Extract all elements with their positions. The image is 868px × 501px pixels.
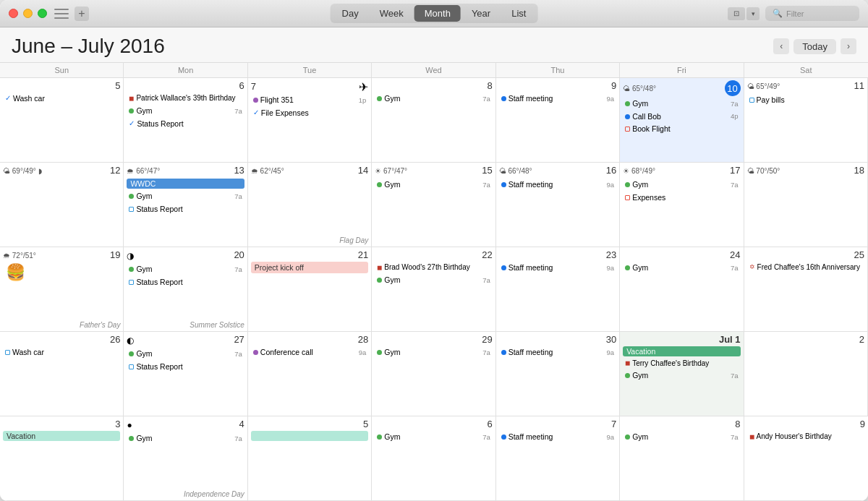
event-status-jun13[interactable]: Status Report [127,203,244,215]
day-jun11[interactable]: 🌤 65°/49° 11 Pay bills [744,78,868,163]
next-button[interactable]: › [841,38,856,54]
day-jun15[interactable]: ☀ 67°/47° 15 Gym 7a [372,163,495,247]
day-jun22[interactable]: 22 ◼ Brad Wood's 27th Birthday Gym 7a [372,247,495,332]
day-jun12[interactable]: 🌤 69°/49° ◗ 12 [0,163,124,247]
event-gym-jun24[interactable]: Gym 7a [623,262,740,274]
day-jul7[interactable]: 7 Staff meeting 9a [496,416,620,501]
window-ctrl-btn[interactable]: ⊡ [728,7,745,20]
event-gym-jul8[interactable]: Gym 7a [623,431,740,443]
event-anniversary-fred[interactable]: ✡ Fred Chaffee's 16th Anniversary [747,262,864,273]
event-birthday-patrick[interactable]: ◼ Patrick Wallace's 39th Birthday [127,93,244,104]
day-jun7[interactable]: 7 ✈ Flight 351 1p ✓ File Expenses [248,78,372,163]
event-gym-jul6[interactable]: Gym 7a [375,431,492,443]
event-vacation-jul3[interactable]: Vacation [3,431,120,441]
weather-icon: 🌧 66°/47° [127,167,160,175]
event-expenses[interactable]: Expenses [623,192,740,204]
day-number: 6 [375,419,492,429]
event-label: Gym [136,106,152,116]
day-jun30[interactable]: 30 Staff meeting 9a [496,332,620,416]
event-wwdc[interactable]: WWDC [127,179,244,189]
event-birthday-andy[interactable]: ◼ Andy Houser's Birthday [747,431,865,442]
event-project-kickoff[interactable]: Project kick off [251,262,368,273]
event-staff-jun30[interactable]: Staff meeting 9a [499,346,616,359]
close-button[interactable] [9,9,18,18]
day-jun5[interactable]: 5 ✓ Wash car [0,78,124,163]
event-flight[interactable]: Flight 351 1p [251,94,368,106]
day-jun8[interactable]: 8 Gym 7a [372,78,495,163]
tab-year[interactable]: Year [461,5,501,22]
day-jun25[interactable]: 25 ✡ Fred Chaffee's 16th Anniversary [744,247,868,332]
day-jul1[interactable]: Jul 1 Vacation ◼ Terry Chaffee's Birth­d… [620,332,744,416]
event-gym-jun13[interactable]: Gym 7a [127,190,244,202]
event-gym-jun10[interactable]: Gym 7a [623,98,740,110]
day-jun10[interactable]: 🌤 65°/48° 10 Gym 7a Call Bob 4p Book Fli… [620,78,744,163]
day-jul2[interactable]: 2 [744,332,868,416]
event-status-jun6[interactable]: ✓ Status Report [127,118,244,130]
event-conf-call[interactable]: Conference call 9a [251,346,368,359]
tab-list[interactable]: List [501,5,536,22]
day-jul5[interactable]: 5 [248,416,372,501]
event-call-bob[interactable]: Call Bob 4p [623,111,740,123]
day-number: 24 [623,249,740,260]
filter-box[interactable]: 🔍 Filter [765,6,859,21]
event-gym-jun15[interactable]: Gym 7a [375,179,492,191]
today-button[interactable]: Today [793,39,836,54]
event-staff-jun23[interactable]: Staff meeting 9a [499,262,616,274]
new-tab-button[interactable]: + [75,7,89,21]
day-jul3[interactable]: 3 Vacation [0,416,124,501]
day-jun21[interactable]: 21 Project kick off [248,247,372,332]
event-file-expenses[interactable]: ✓ File Expenses [251,107,368,119]
event-gym-jun8[interactable]: Gym 7a [375,93,492,105]
event-gym-jun17[interactable]: Gym 7a [623,179,740,191]
day-jun28[interactable]: 28 Conference call 9a [248,332,372,416]
event-wash-car[interactable]: ✓ Wash car [3,93,120,105]
day-jun24[interactable]: 24 Gym 7a [620,247,744,332]
day-header-mon: Mon [124,63,247,77]
event-gym-jun27[interactable]: Gym 7a [127,348,244,360]
day-jun16[interactable]: 🌤 66°/48° 16 Staff meeting 9a [496,163,620,247]
day-jul9[interactable]: 9 ◼ Andy Houser's Birthday [744,416,868,501]
day-jun13[interactable]: 🌧 66°/47° 13 WWDC Gym 7a Status Report [124,163,247,247]
tab-week[interactable]: Week [370,5,414,22]
event-status-jun20[interactable]: Status Report [127,276,244,288]
event-book-flight[interactable]: Book Flight [623,123,740,135]
day-jun20[interactable]: ◑ 20 Gym 7a Status Report Summer Solstic… [124,247,247,332]
event-gym-jun22[interactable]: Gym 7a [375,274,492,286]
day-jul4[interactable]: ● 4 Gym 7a Independence Day [124,416,247,501]
day-number: 2 [747,334,864,345]
minimize-button[interactable] [23,9,33,18]
tab-day[interactable]: Day [332,5,369,22]
day-jun14[interactable]: 🌧 62°/45° 14 Flag Day [248,163,372,247]
day-jun6[interactable]: 6 ◼ Patrick Wallace's 39th Birthday Gym … [124,78,247,163]
event-vacation-jul[interactable]: Vacation [623,346,740,356]
event-birthday-brad[interactable]: ◼ Brad Wood's 27th Birthday [375,262,492,273]
event-wash-car-jun26[interactable]: Wash car [3,346,120,359]
day-jul8[interactable]: 8 Gym 7a [620,416,744,501]
day-jun29[interactable]: 29 Gym 7a [372,332,495,416]
event-gym-jun29[interactable]: Gym 7a [375,346,492,359]
sidebar-toggle[interactable] [54,9,69,19]
dropdown-arrow[interactable]: ▾ [746,7,760,20]
event-vacation-jul5[interactable] [251,431,368,441]
day-jun9[interactable]: 9 Staff meeting 9a [496,78,620,163]
day-jul6[interactable]: 6 Gym 7a [372,416,495,501]
maximize-button[interactable] [38,9,47,18]
event-gym-jun6[interactable]: Gym 7a [127,105,244,117]
day-jun23[interactable]: 23 Staff meeting 9a [496,247,620,332]
day-jun26[interactable]: 26 Wash car [0,332,124,416]
event-status-jun27[interactable]: Status Report [127,361,244,373]
tab-month[interactable]: Month [414,5,461,22]
day-jun18[interactable]: 🌤 70°/50° 18 [744,163,868,247]
event-birthday-terry[interactable]: ◼ Terry Chaffee's Birth­day [623,358,740,369]
day-jun27[interactable]: ◐ 27 Gym 7a Status Report [124,332,247,416]
event-pay-bills[interactable]: Pay bills [747,94,864,106]
prev-button[interactable]: ‹ [773,38,789,54]
day-jun19[interactable]: 🌧 72°/51° 19 🍔 Father's Day [0,247,124,332]
event-staff-jun16[interactable]: Staff meeting 9a [499,179,616,191]
event-staff-jun9[interactable]: Staff meeting 9a [499,93,616,105]
event-gym-jul1[interactable]: Gym 7a [623,369,740,382]
day-jun17[interactable]: ☀ 68°/49° 17 Gym 7a Expenses [620,163,744,247]
event-staff-jul7[interactable]: Staff meeting 9a [499,431,616,443]
event-gym-jul4[interactable]: Gym 7a [127,432,244,445]
event-gym-jun20[interactable]: Gym 7a [127,263,244,275]
